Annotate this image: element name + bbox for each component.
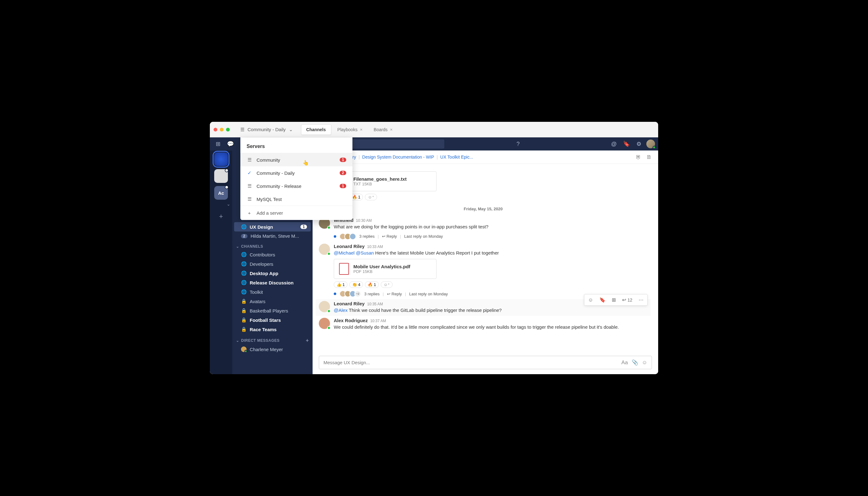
more-icon[interactable]: ⋯ (636, 296, 646, 304)
saved-icon[interactable]: 🔖 (622, 139, 631, 149)
tab-group: Channels Playbooks× Boards× (301, 124, 398, 135)
header-link[interactable]: Design System Documentation - WIP (362, 155, 434, 159)
emoji-icon[interactable]: ☺ (585, 296, 596, 304)
files-icon[interactable]: 🗎 (646, 154, 652, 160)
sidebar-item-channel[interactable]: 🔒Basketball Players (234, 306, 311, 315)
status-online-icon (327, 252, 331, 255)
message-composer[interactable]: Aa 📎 ☺ (319, 356, 652, 369)
status-online-icon (327, 326, 331, 330)
sidebar-item-channel[interactable]: 🌐Desktop App (234, 268, 311, 278)
unread-dot-icon (334, 293, 336, 295)
shield-icon[interactable]: ⛨ (636, 154, 641, 160)
server-menu-item[interactable]: ☰MySQL Test (240, 192, 352, 206)
member-count-badge: 2 (241, 234, 247, 238)
sidebar-item-channel[interactable]: 🌐Release Discussion (234, 278, 311, 287)
reaction[interactable]: 👍1 (334, 281, 348, 288)
sidebar-item-group-dm[interactable]: 2 Hilda Martin, Steve M... (234, 232, 311, 241)
apps-icon[interactable]: ⊞ (213, 139, 223, 149)
plus-icon[interactable]: + (306, 338, 309, 343)
user-avatar[interactable] (646, 140, 655, 148)
avatar[interactable] (319, 244, 330, 255)
channel-header: ☆ | UI Inventory| Design System Document… (312, 151, 658, 164)
sidebar-section-dms[interactable]: ⌄ DIRECT MESSAGES + (232, 334, 312, 345)
apps-icon[interactable]: ⊞ (609, 296, 618, 304)
close-icon[interactable]: × (390, 127, 392, 132)
message-author[interactable]: Leonard Riley (334, 301, 365, 306)
header-link[interactable]: UX Toolkit Epic... (440, 155, 473, 159)
message-author[interactable]: Leonard Riley (334, 244, 365, 249)
team-rail: Ac ⌄ + (210, 151, 232, 374)
message-time: 10:33 AM (367, 245, 383, 249)
globe-icon: 🌐 (241, 280, 246, 285)
server-menu-item[interactable]: ✓Community - Daily2 (240, 166, 352, 180)
message-text: We could definitely do that. It'd be a l… (334, 324, 647, 331)
reply-button[interactable]: ↩ Reply (382, 234, 397, 239)
mentions-icon[interactable]: @ (609, 139, 619, 149)
sidebar-item-channel[interactable]: 🔒Avatars (234, 297, 311, 306)
server-menu-item[interactable]: ☰Community1 (240, 153, 352, 166)
tab-boards[interactable]: Boards× (369, 124, 398, 135)
status-online-icon (244, 350, 247, 353)
servers-dropdown-title: Servers (240, 140, 352, 153)
attachment-icon[interactable]: 📎 (632, 359, 638, 366)
message-time: 10:30 AM (356, 218, 372, 223)
tab-playbooks[interactable]: Playbooks× (333, 124, 368, 135)
message-author[interactable]: Alex Rodriguez (334, 318, 368, 323)
formatting-icon[interactable]: Aa (622, 359, 628, 366)
server-icon: ☰ (246, 183, 252, 189)
reply-icon[interactable]: ↩ 12 (620, 296, 635, 304)
mention[interactable]: @Alex (334, 308, 348, 313)
app-window: ☰ Community - Daily ⌄ Channels Playbooks… (210, 122, 658, 374)
avatar (241, 346, 246, 352)
message-text: @Alex Think we could have the GitLab bui… (334, 307, 647, 314)
sidebar-item-channel[interactable]: 🔒Football Stars (234, 315, 311, 325)
avatar[interactable] (319, 301, 330, 312)
bookmark-icon[interactable]: 🔖 (597, 296, 608, 304)
message: Alex Rodriguez10:37 AM We could definite… (316, 316, 651, 333)
add-team-button[interactable]: + (214, 210, 228, 223)
thread-summary[interactable]: 3 replies| ↩ Reply| Last reply on Monday (334, 233, 647, 240)
status-online-icon (653, 146, 656, 149)
help-icon[interactable]: ? (513, 139, 523, 149)
reaction[interactable]: 🔥1 (365, 281, 379, 288)
sidebar-item-channel[interactable]: 🌐Developers (234, 259, 311, 268)
message-actions: ☺ 🔖 ⊞ ↩ 12 ⋯ (584, 294, 647, 306)
unread-dot-icon (225, 169, 228, 172)
team-button-1[interactable] (214, 152, 228, 166)
sidebar-section-channels[interactable]: ⌄ CHANNELS (232, 241, 312, 250)
tab-channels[interactable]: Channels (301, 124, 331, 135)
team-button-2[interactable] (214, 169, 228, 183)
close-icon[interactable]: × (360, 127, 363, 132)
sidebar-item-ux-design[interactable]: 🌐 UX Design 1 (234, 222, 311, 232)
chevron-down-icon[interactable]: ⌄ (227, 202, 230, 206)
close-window-button[interactable] (213, 128, 217, 131)
date-divider: Friday, May 15, 2020 (316, 206, 651, 211)
sidebar-item-channel[interactable]: 🌐Contributors (234, 250, 311, 259)
reaction[interactable]: 👏4 (349, 281, 363, 288)
reply-button[interactable]: ↩ Reply (387, 292, 402, 296)
server-selector[interactable]: ☰ Community - Daily ⌄ (236, 125, 297, 134)
file-attachment[interactable]: Mobile User Analytics.pdf PDF 15KB (334, 259, 436, 279)
add-reaction-button[interactable]: ☺⁺ (365, 194, 377, 200)
globe-icon: 🌐 (241, 261, 246, 267)
composer-input[interactable] (323, 360, 618, 365)
maximize-window-button[interactable] (226, 128, 230, 131)
threads-icon[interactable]: 💬 (225, 139, 235, 149)
sidebar-item-channel[interactable]: 🌐Toolkit (234, 287, 311, 297)
team-button-3[interactable]: Ac (214, 186, 228, 200)
message: Leonard Riley10:35 AM @Alex Think we cou… (316, 299, 651, 316)
emoji-icon[interactable]: ☺ (642, 359, 647, 366)
gear-icon[interactable]: ⚙ (634, 139, 644, 149)
add-server-button[interactable]: + Add a server (240, 206, 352, 220)
add-reaction-button[interactable]: ☺⁺ (381, 281, 392, 288)
sidebar-item-channel[interactable]: 🔒Race Teams (234, 325, 311, 334)
sidebar-item-dm[interactable]: Charlene Meyer (234, 345, 311, 354)
message-list: Filename_goes_here.txt TXT 15KB 👏4 🔥1 ☺⁺… (312, 164, 658, 353)
avatar[interactable] (319, 318, 330, 329)
minimize-window-button[interactable] (220, 128, 224, 131)
lock-icon: 🔒 (241, 308, 246, 313)
message-time: 10:37 AM (370, 319, 386, 323)
server-menu-item[interactable]: ☰Community - Release1 (240, 180, 352, 192)
mention[interactable]: @Michael @Susan (334, 250, 374, 255)
titlebar: ☰ Community - Daily ⌄ Channels Playbooks… (210, 122, 658, 137)
